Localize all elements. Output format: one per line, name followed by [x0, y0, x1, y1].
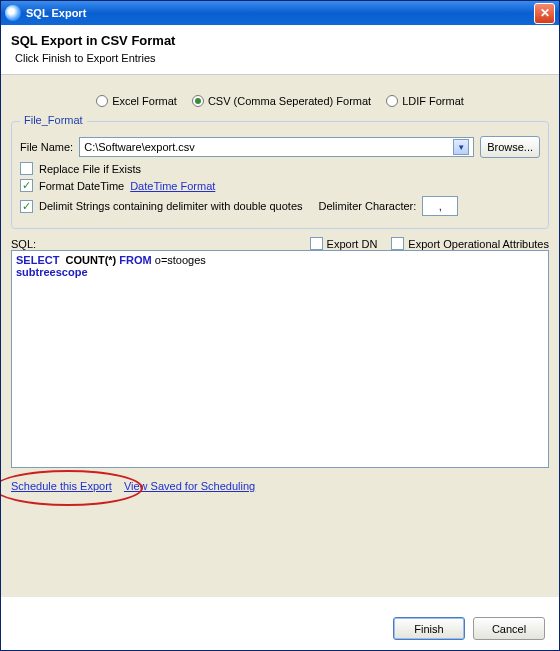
button-bar: Finish Cancel: [393, 617, 545, 640]
title-bar[interactable]: SQL Export ✕: [1, 1, 559, 25]
delimit-checkbox[interactable]: ✓: [20, 200, 33, 213]
banner-subtitle: Click Finish to Export Entries: [15, 52, 549, 64]
format-dt-label: Format DateTime: [39, 180, 124, 192]
delimiter-input[interactable]: [422, 196, 458, 216]
content-area: Excel Format CSV (Comma Seperated) Forma…: [1, 75, 559, 597]
file-name-value: C:\Software\export.csv: [84, 141, 195, 153]
radio-ldif[interactable]: LDIF Format: [386, 95, 464, 107]
format-radio-group: Excel Format CSV (Comma Seperated) Forma…: [11, 85, 549, 121]
radio-icon: [386, 95, 398, 107]
radio-csv[interactable]: CSV (Comma Seperated) Format: [192, 95, 371, 107]
export-dn-label: Export DN: [327, 238, 378, 250]
file-format-group: File_Format File Name: C:\Software\expor…: [11, 121, 549, 229]
schedule-links-row: Schedule this Export View Saved for Sche…: [11, 480, 549, 492]
file-name-label: File Name:: [20, 141, 73, 153]
replace-row: Replace File if Exists: [20, 162, 540, 175]
delim-char-label: Delimiter Character:: [319, 200, 417, 212]
file-name-input[interactable]: C:\Software\export.csv ▼: [79, 137, 474, 157]
radio-icon: [192, 95, 204, 107]
replace-checkbox[interactable]: [20, 162, 33, 175]
export-op-checkbox[interactable]: [391, 237, 404, 250]
datetime-format-link[interactable]: DateTime Format: [130, 180, 215, 192]
delimit-row: ✓ Delimit Strings containing delimiter w…: [20, 196, 540, 216]
browse-label: Browse...: [487, 141, 533, 153]
sql-line-1: SELECT COUNT(*) FROM o=stooges: [16, 254, 544, 266]
dialog-window: SQL Export ✕ SQL Export in CSV Format Cl…: [0, 0, 560, 651]
format-dt-row: ✓ Format DateTime DateTime Format: [20, 179, 540, 192]
browse-button[interactable]: Browse...: [480, 136, 540, 158]
sql-textarea[interactable]: SELECT COUNT(*) FROM o=stooges subtreesc…: [11, 250, 549, 468]
sql-label: SQL:: [11, 238, 36, 250]
finish-button[interactable]: Finish: [393, 617, 465, 640]
sql-line-2: subtreescope: [16, 266, 544, 278]
schedule-export-link[interactable]: Schedule this Export: [11, 480, 112, 492]
delimit-label: Delimit Strings containing delimiter wit…: [39, 200, 303, 212]
radio-excel[interactable]: Excel Format: [96, 95, 177, 107]
cancel-button[interactable]: Cancel: [473, 617, 545, 640]
banner: SQL Export in CSV Format Click Finish to…: [1, 25, 559, 75]
replace-label: Replace File if Exists: [39, 163, 141, 175]
finish-label: Finish: [414, 623, 443, 635]
export-op-label: Export Operational Attributes: [408, 238, 549, 250]
banner-title: SQL Export in CSV Format: [11, 33, 549, 48]
view-saved-link[interactable]: View Saved for Scheduling: [124, 480, 255, 492]
file-name-row: File Name: C:\Software\export.csv ▼ Brow…: [20, 136, 540, 158]
format-dt-checkbox[interactable]: ✓: [20, 179, 33, 192]
cancel-label: Cancel: [492, 623, 526, 635]
close-icon[interactable]: ✕: [534, 3, 555, 24]
window-title: SQL Export: [26, 7, 534, 19]
sql-header-row: SQL: Export DN Export Operational Attrib…: [11, 237, 549, 250]
radio-label: CSV (Comma Seperated) Format: [208, 95, 371, 107]
chevron-down-icon[interactable]: ▼: [453, 139, 469, 155]
group-legend: File_Format: [20, 114, 87, 126]
app-icon: [5, 5, 21, 21]
radio-icon: [96, 95, 108, 107]
radio-label: Excel Format: [112, 95, 177, 107]
radio-label: LDIF Format: [402, 95, 464, 107]
export-dn-checkbox[interactable]: [310, 237, 323, 250]
